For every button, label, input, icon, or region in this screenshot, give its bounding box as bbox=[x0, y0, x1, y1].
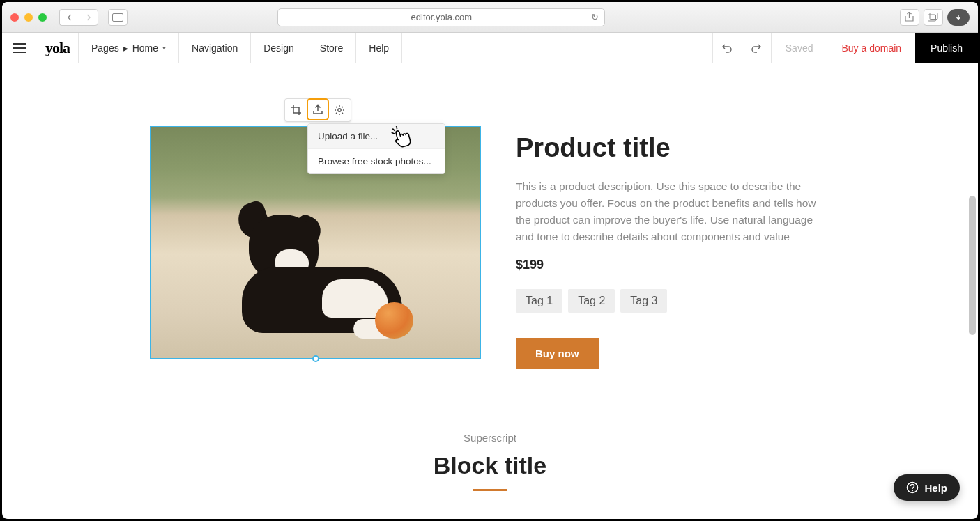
upload-file-option[interactable]: Upload a file... bbox=[308, 124, 445, 148]
product-tags: Tag 1 Tag 2 Tag 3 bbox=[516, 289, 822, 313]
back-button[interactable] bbox=[59, 9, 79, 26]
scrollbar-thumb[interactable] bbox=[969, 196, 976, 335]
resize-handle-bottom[interactable] bbox=[312, 355, 319, 362]
yola-logo[interactable]: yola bbox=[37, 33, 79, 63]
tag-item[interactable]: Tag 2 bbox=[568, 289, 615, 313]
product-price[interactable]: $199 bbox=[516, 258, 822, 272]
store-menu[interactable]: Store bbox=[307, 33, 356, 63]
help-menu[interactable]: Help bbox=[356, 33, 402, 63]
svg-rect-2 bbox=[928, 15, 936, 21]
browse-stock-option[interactable]: Browse free stock photos... bbox=[308, 148, 445, 173]
block-section: Superscript Block title bbox=[2, 369, 978, 491]
url-text: editor.yola.com bbox=[411, 12, 472, 22]
breadcrumb-caret-icon: ▸ bbox=[123, 42, 128, 54]
block-superscript[interactable]: Superscript bbox=[2, 432, 978, 444]
pages-menu[interactable]: Pages ▸ Home ▾ bbox=[79, 33, 179, 63]
product-title[interactable]: Product title bbox=[516, 133, 822, 163]
help-label: Help bbox=[924, 482, 947, 494]
buy-now-button[interactable]: Buy now bbox=[516, 338, 599, 369]
publish-button[interactable]: Publish bbox=[915, 33, 978, 63]
app-toolbar: yola Pages ▸ Home ▾ Navigation Design St… bbox=[2, 33, 978, 63]
block-title[interactable]: Block title bbox=[2, 452, 978, 479]
chevron-down-icon: ▾ bbox=[162, 44, 166, 52]
placeholder-image-ball bbox=[375, 302, 413, 339]
buy-domain-button[interactable]: Buy a domain bbox=[827, 33, 915, 63]
navigation-menu[interactable]: Navigation bbox=[179, 33, 251, 63]
address-bar[interactable]: editor.yola.com ↻ bbox=[277, 8, 605, 26]
tag-item[interactable]: Tag 1 bbox=[516, 289, 562, 313]
settings-button[interactable] bbox=[328, 99, 351, 121]
editor-canvas: Product title This is a product descript… bbox=[2, 63, 978, 519]
undo-button[interactable] bbox=[712, 33, 742, 63]
share-icon[interactable] bbox=[900, 9, 919, 26]
design-menu[interactable]: Design bbox=[251, 33, 307, 63]
block-underline bbox=[473, 489, 507, 491]
downloads-icon[interactable] bbox=[947, 9, 970, 26]
svg-rect-0 bbox=[113, 13, 123, 21]
minimize-window-icon[interactable] bbox=[24, 13, 33, 22]
help-icon bbox=[906, 481, 919, 494]
upload-button[interactable] bbox=[307, 98, 329, 120]
product-description[interactable]: This is a product description. Use this … bbox=[516, 178, 822, 245]
tabs-icon[interactable] bbox=[924, 9, 943, 26]
pages-label: Pages bbox=[91, 42, 119, 54]
product-content: Product title This is a product descript… bbox=[516, 126, 822, 369]
redo-button[interactable] bbox=[742, 33, 771, 63]
svg-rect-3 bbox=[930, 13, 937, 20]
upload-dropdown: Upload a file... Browse free stock photo… bbox=[307, 123, 445, 174]
close-window-icon[interactable] bbox=[10, 13, 19, 22]
forward-button[interactable] bbox=[79, 9, 98, 26]
window-controls bbox=[10, 13, 47, 22]
svg-point-8 bbox=[338, 109, 341, 111]
help-widget[interactable]: Help bbox=[894, 474, 960, 501]
product-block: Product title This is a product descript… bbox=[2, 63, 978, 369]
maximize-window-icon[interactable] bbox=[38, 13, 47, 22]
browser-window: editor.yola.com ↻ yola Pages ▸ Home ▾ Na… bbox=[2, 2, 978, 519]
reload-icon[interactable]: ↻ bbox=[591, 12, 599, 22]
current-page-label: Home bbox=[132, 42, 158, 54]
tag-item[interactable]: Tag 3 bbox=[620, 289, 667, 313]
sidebar-toggle-icon[interactable] bbox=[108, 9, 128, 26]
svg-point-13 bbox=[912, 490, 913, 491]
save-status: Saved bbox=[771, 33, 827, 63]
crop-button[interactable] bbox=[285, 99, 307, 121]
browser-titlebar: editor.yola.com ↻ bbox=[2, 2, 978, 33]
image-toolbar bbox=[284, 98, 351, 122]
hamburger-menu-icon[interactable] bbox=[2, 33, 37, 63]
